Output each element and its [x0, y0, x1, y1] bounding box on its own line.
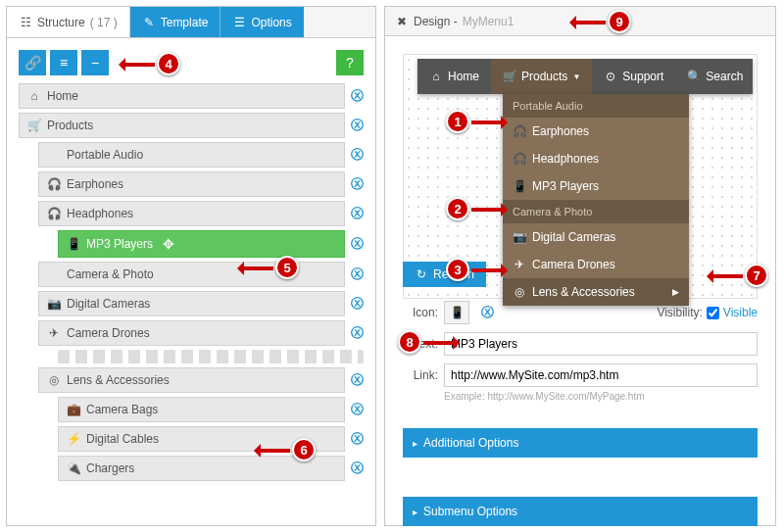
menu-icon: ⊙: [604, 70, 617, 83]
delete-button[interactable]: ⓧ: [351, 371, 364, 389]
visibility-link[interactable]: Visible: [723, 306, 758, 319]
drop-zone[interactable]: [58, 350, 364, 363]
item-label: Digital Cables: [86, 432, 159, 446]
design-name: MyMenu1: [463, 15, 514, 28]
tree-row: 💼Camera Bagsⓧ: [58, 397, 364, 422]
menu-icon: ⌂: [429, 70, 443, 83]
dropdown-item[interactable]: 🎧Earphones: [503, 118, 689, 145]
delete-button[interactable]: ⓧ: [351, 295, 364, 313]
tree-row: 📷Digital Camerasⓧ: [38, 291, 364, 316]
item-label: Camera Drones: [67, 326, 150, 340]
menu-icon: 🔍: [687, 70, 701, 83]
chevron-right-icon: ▶: [672, 287, 679, 297]
structure-panel: ☷ Structure ( 17 ) ✎ Template ☰ Options …: [6, 6, 376, 526]
callout-4: 4: [157, 52, 180, 75]
tree-item[interactable]: 🛒Products: [19, 113, 345, 138]
dropdown-item[interactable]: ✈Camera Drones: [503, 251, 689, 278]
tools-icon: ✖: [395, 15, 409, 28]
dropdown-item[interactable]: 📱MP3 Players: [503, 172, 689, 200]
dropdown-header: Camera & Photo: [503, 200, 689, 223]
item-label: Camera Bags: [86, 403, 158, 416]
menu-item[interactable]: 🛒Products ▼: [491, 59, 592, 94]
tree-item[interactable]: 🎧Headphones: [38, 201, 345, 226]
dropdown-item[interactable]: 🎧Headphones: [503, 145, 689, 172]
item-icon: 🎧: [47, 207, 61, 220]
dropdown-item[interactable]: 📷Digital Cameras: [503, 223, 689, 251]
visibility-checkbox[interactable]: [707, 307, 719, 319]
dropdown-label: Earphones: [532, 124, 589, 138]
tree-row: 🛒Productsⓧ: [19, 113, 364, 138]
delete-button[interactable]: ⓧ: [351, 401, 364, 418]
tree-item[interactable]: 📷Digital Cameras: [38, 291, 345, 316]
item-label: Products: [47, 119, 93, 132]
text-input[interactable]: [444, 332, 758, 356]
tree-item[interactable]: ⌂Home: [19, 83, 345, 109]
menu-item[interactable]: ⌂Home: [417, 59, 491, 94]
design-panel: ✖ Design - MyMenu1 ⌂Home🛒Products ▼⊙Supp…: [384, 6, 776, 526]
visibility-label: Visibility:: [657, 306, 702, 319]
callout-5: 5: [275, 256, 299, 279]
design-label: Design -: [414, 15, 458, 28]
callout-7: 7: [745, 264, 768, 287]
menu-label: Home: [448, 70, 479, 83]
tree-item[interactable]: 💼Camera Bags: [58, 397, 345, 422]
delete-button[interactable]: ⓧ: [351, 205, 364, 222]
tab-options[interactable]: ☰ Options: [220, 7, 303, 37]
preview-menubar: ⌂Home🛒Products ▼⊙Support🔍Search: [417, 59, 753, 94]
menu-item[interactable]: ⊙Support: [592, 59, 675, 94]
accordion-submenu[interactable]: Submenu Options: [403, 497, 758, 526]
link-button[interactable]: 🔗: [19, 50, 46, 75]
tree-item[interactable]: 📱MP3 Players✥: [58, 230, 345, 258]
dropdown-icon: 🎧: [513, 152, 526, 166]
tab-label: Options: [251, 16, 291, 29]
delete-button[interactable]: ⓧ: [351, 430, 364, 448]
item-icon: ◎: [47, 373, 61, 387]
item-icon: ⚡: [67, 432, 80, 446]
item-icon: ✈: [47, 326, 61, 340]
clear-icon-button[interactable]: ⓧ: [481, 304, 494, 321]
callout-8: 8: [398, 330, 421, 354]
tab-template[interactable]: ✎ Template: [130, 7, 220, 37]
menu-item[interactable]: 🔍Search: [675, 59, 755, 94]
refresh-icon: ↻: [415, 267, 428, 281]
delete-button[interactable]: ⓧ: [351, 117, 364, 134]
delete-button[interactable]: ⓧ: [351, 459, 364, 477]
structure-toolbar: 🔗 ≡ − ?: [7, 38, 375, 83]
tab-structure[interactable]: ☷ Structure ( 17 ): [7, 7, 130, 37]
dropdown-label: Camera Drones: [532, 258, 615, 271]
item-icon: 🛒: [27, 119, 41, 132]
callout-6: 6: [292, 438, 316, 461]
tree-item[interactable]: ✈Camera Drones: [38, 320, 345, 346]
tree-row: Portable Audioⓧ: [38, 142, 364, 168]
dropdown-icon: 🎧: [513, 124, 526, 138]
dropdown-label: Digital Cameras: [532, 230, 615, 244]
tree-item[interactable]: 🎧Earphones: [38, 171, 345, 197]
callout-2: 2: [446, 197, 469, 220]
delete-button[interactable]: ⓧ: [351, 266, 364, 283]
tree-item[interactable]: Portable Audio: [38, 142, 345, 168]
delete-button[interactable]: ⓧ: [351, 87, 364, 105]
link-label: Link:: [403, 368, 438, 382]
tree-item[interactable]: ◎Lens & Accessories: [38, 367, 345, 393]
icon-picker[interactable]: 📱: [444, 301, 469, 324]
callout-9: 9: [608, 10, 631, 33]
list-button[interactable]: ≡: [50, 50, 77, 75]
preview-dropdown: Portable Audio🎧Earphones🎧Headphones📱MP3 …: [503, 94, 689, 306]
delete-button[interactable]: ⓧ: [351, 324, 364, 342]
tree-row: 🔌Chargersⓧ: [58, 456, 364, 481]
move-icon: ✥: [163, 236, 174, 252]
link-input[interactable]: [444, 363, 758, 387]
accordion-additional[interactable]: Additional Options: [403, 428, 758, 458]
item-label: Earphones: [67, 177, 123, 191]
minus-button[interactable]: −: [81, 50, 109, 75]
refresh-button[interactable]: ↻ Refresh: [403, 262, 486, 287]
help-button[interactable]: ?: [336, 50, 364, 75]
tree-row: ⚡Digital Cablesⓧ: [58, 426, 364, 452]
item-icon: 🎧: [47, 177, 61, 191]
delete-button[interactable]: ⓧ: [351, 235, 364, 253]
dropdown-icon: 📱: [513, 179, 526, 193]
delete-button[interactable]: ⓧ: [351, 146, 364, 164]
structure-tree: ⌂Homeⓧ🛒ProductsⓧPortable Audioⓧ🎧Earphone…: [7, 83, 375, 523]
delete-button[interactable]: ⓧ: [351, 175, 364, 193]
tree-item[interactable]: Camera & Photo: [38, 262, 345, 287]
